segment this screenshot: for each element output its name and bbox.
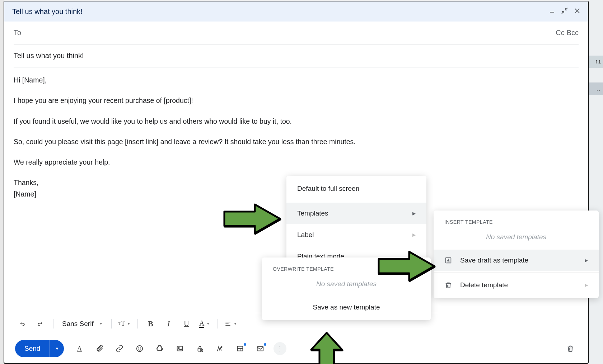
bold-button[interactable]: B <box>144 317 158 331</box>
svg-point-9 <box>139 348 139 348</box>
svg-point-10 <box>141 348 141 348</box>
insert-link-icon[interactable] <box>113 342 126 355</box>
bg-row-1: f 1 <box>588 56 603 68</box>
chevron-right-icon: ▶ <box>585 283 588 288</box>
subject-text: Tell us what you think! <box>14 52 84 60</box>
trash-icon <box>444 281 452 289</box>
templates-submenu: Insert template No saved templates Save … <box>434 211 599 298</box>
separator <box>244 319 244 328</box>
menu-separator <box>434 248 599 248</box>
send-button-group: Send ▼ <box>15 340 64 357</box>
text-color-button[interactable]: A <box>197 317 212 331</box>
header-fields: To Cc Bcc Tell us what you think! <box>4 22 588 67</box>
separator <box>137 319 138 328</box>
menu-separator <box>286 201 426 201</box>
svg-rect-18 <box>257 347 263 351</box>
redo-button[interactable] <box>33 317 47 331</box>
discard-draft-icon[interactable] <box>564 342 577 355</box>
bg-row-2: .. <box>588 82 603 95</box>
insert-drive-icon[interactable] <box>153 342 167 355</box>
set-expiration-icon[interactable] <box>253 342 267 355</box>
insert-signature-icon[interactable] <box>213 342 227 355</box>
underline-button[interactable]: U <box>179 317 194 331</box>
italic-button[interactable]: I <box>162 317 176 331</box>
annotation-arrow-right-2 <box>377 248 438 284</box>
submenu-delete-template[interactable]: Delete template ▶ <box>434 274 599 296</box>
close-icon[interactable] <box>574 8 580 15</box>
svg-rect-11 <box>177 346 183 351</box>
menu-item-templates[interactable]: Templates▶ <box>286 203 426 224</box>
formatting-options-icon[interactable]: A <box>73 342 86 355</box>
to-label: To <box>14 29 21 37</box>
to-row[interactable]: To Cc Bcc <box>14 22 579 44</box>
download-tray-icon <box>444 256 452 264</box>
submenu-no-saved: No saved templates <box>434 228 599 246</box>
separator <box>53 319 53 328</box>
subject-input[interactable]: Tell us what you think! <box>14 44 579 67</box>
send-button[interactable]: Send <box>15 340 50 357</box>
send-toolbar: Send ▼ A ⋮ <box>4 334 588 363</box>
more-options-button[interactable]: ⋮ <box>274 342 286 355</box>
undo-button[interactable] <box>15 317 29 331</box>
align-button[interactable] <box>224 317 238 331</box>
confidential-mode-icon[interactable] <box>193 342 207 355</box>
submenu-header-insert: Insert template <box>434 213 599 228</box>
cc-button[interactable]: Cc <box>556 29 564 37</box>
separator <box>111 319 112 328</box>
chevron-right-icon: ▶ <box>412 232 416 237</box>
annotation-arrow-up <box>307 330 346 364</box>
window-controls <box>549 8 580 16</box>
annotation-arrow-right-1 <box>223 201 284 237</box>
body-line: I hope you are enjoying your recent purc… <box>14 96 579 105</box>
insert-emoji-icon[interactable] <box>133 342 146 355</box>
submenu-save-draft[interactable]: Save draft as template ▶ <box>434 250 599 271</box>
menu-separator <box>262 295 431 295</box>
chevron-right-icon: ▶ <box>412 211 416 216</box>
font-size-button[interactable]: TT <box>117 317 132 331</box>
minimize-icon[interactable] <box>549 8 555 15</box>
bcc-button[interactable]: Bcc <box>567 29 579 37</box>
send-more-button[interactable]: ▼ <box>50 340 64 357</box>
collapse-icon[interactable] <box>561 8 568 16</box>
body-line: If you found it useful, we would like yo… <box>14 117 579 126</box>
chevron-right-icon: ▶ <box>585 258 588 263</box>
body-line: Hi [Name], <box>14 75 579 85</box>
svg-point-8 <box>137 346 143 352</box>
menu-item-label[interactable]: Label▶ <box>286 224 426 246</box>
font-family-select[interactable]: Sans Serif <box>59 320 106 328</box>
menu-item-default-fullscreen[interactable]: Default to full screen <box>286 178 426 199</box>
body-line: So, could you please visit this page [in… <box>14 137 579 147</box>
inbox-background: f 1 .. <box>588 0 603 364</box>
body-line: We really appreciate your help. <box>14 157 579 167</box>
compose-title: Tell us what you think! <box>12 8 83 16</box>
select-layout-icon[interactable] <box>233 342 247 355</box>
attach-file-icon[interactable] <box>93 342 106 355</box>
separator <box>218 319 218 328</box>
save-as-new-template[interactable]: Save as new template <box>262 297 431 318</box>
compose-title-bar: Tell us what you think! <box>4 1 588 22</box>
insert-photo-icon[interactable] <box>173 342 187 355</box>
menu-separator <box>434 273 599 273</box>
